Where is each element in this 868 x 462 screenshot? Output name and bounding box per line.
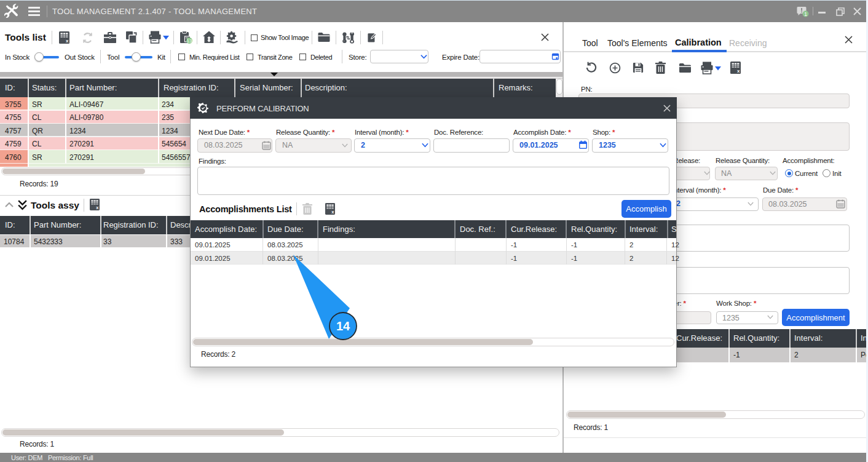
svg-text:x: x <box>66 38 69 44</box>
svg-text:1: 1 <box>804 11 807 17</box>
svg-text:x: x <box>737 68 740 74</box>
svg-text:13: 13 <box>187 38 192 44</box>
